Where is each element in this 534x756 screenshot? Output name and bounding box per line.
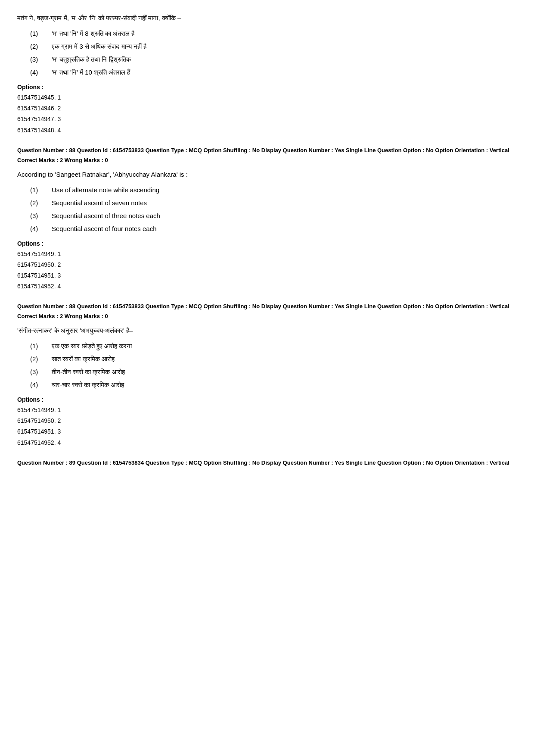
option-num: (1) — [30, 341, 52, 351]
list-item: (4) Sequential ascent of four notes each — [30, 224, 517, 234]
option-id: 61547514952. 4 — [17, 437, 517, 448]
option-num: (2) — [30, 41, 52, 52]
option-num: (1) — [30, 28, 52, 39]
option-text: Sequential ascent of three notes each — [52, 211, 160, 221]
option-id: 61547514950. 2 — [17, 415, 517, 426]
options-list-matang: (1) 'म' तथा 'नि' में 8 श्रुति का अंतराल … — [30, 28, 517, 78]
question-block-matang: मतंग ने, षड्ज-ग्राम में, 'म' और 'नि' को … — [17, 13, 517, 136]
list-item: (1) एक एक स्वर छोड़ते हुए आरोह करना — [30, 341, 517, 351]
option-text: सात स्वरों का क्रमिक आरोह — [52, 354, 115, 364]
option-id: 61547514949. 1 — [17, 405, 517, 415]
question-meta-footer: Question Number : 89 Question Id : 61547… — [17, 459, 517, 468]
list-item: (2) एक ग्राम में 3 से अधिक संवाद मान्य न… — [30, 41, 517, 52]
correct-marks-english: Correct Marks : 2 Wrong Marks : 0 — [17, 157, 517, 163]
list-item: (2) Sequential ascent of seven notes — [30, 198, 517, 208]
option-num: (3) — [30, 211, 52, 221]
question-block-hindi-sangeet: Question Number : 88 Question Id : 61547… — [17, 302, 517, 448]
options-ids-matang: 61547514945. 1 61547514946. 2 6154751494… — [17, 92, 517, 136]
option-num: (3) — [30, 54, 52, 65]
option-id: 61547514948. 4 — [17, 125, 517, 136]
question-meta-english: Question Number : 88 Question Id : 61547… — [17, 146, 517, 155]
option-num: (1) — [30, 185, 52, 195]
list-item: (4) 'म' तथा 'नि' में 10 श्रुति अंतराल है… — [30, 67, 517, 78]
option-id: 61547514952. 4 — [17, 281, 517, 292]
list-item: (3) तीन-तीन स्वरों का क्रमिक आरोह — [30, 367, 517, 377]
list-item: (3) 'म' चतुश्रुतिक है तथा नि द्विश्रुतिक — [30, 54, 517, 65]
options-ids-english: 61547514949. 1 61547514950. 2 6154751495… — [17, 249, 517, 292]
options-ids-hindi-sangeet: 61547514949. 1 61547514950. 2 6154751495… — [17, 405, 517, 448]
option-text: चार-चार स्वरों का क्रमिक आरोह — [52, 380, 124, 390]
options-list-hindi: (1) एक एक स्वर छोड़ते हुए आरोह करना (2) … — [30, 341, 517, 390]
option-num: (2) — [30, 198, 52, 208]
option-id: 61547514950. 2 — [17, 259, 517, 270]
options-list-english: (1) Use of alternate note while ascendin… — [30, 185, 517, 234]
list-item: (4) चार-चार स्वरों का क्रमिक आरोह — [30, 380, 517, 390]
option-num: (4) — [30, 380, 52, 390]
question-text-hindi: 'संगीत-रत्नाकर' के अनुसार 'अभयुच्चय-अलंक… — [17, 325, 517, 336]
option-text: तीन-तीन स्वरों का क्रमिक आरोह — [52, 367, 125, 377]
option-num: (2) — [30, 354, 52, 364]
option-text: एक एक स्वर छोड़ते हुए आरोह करना — [52, 341, 132, 351]
options-label-english: Options : — [17, 240, 517, 247]
list-item: (1) Use of alternate note while ascendin… — [30, 185, 517, 195]
option-text: Sequential ascent of seven notes — [52, 198, 147, 208]
question-meta-hindi: Question Number : 88 Question Id : 61547… — [17, 302, 517, 311]
option-num: (3) — [30, 367, 52, 377]
list-item: (3) Sequential ascent of three notes eac… — [30, 211, 517, 221]
option-text: एक ग्राम में 3 से अधिक संवाद मान्य नहीं … — [52, 41, 146, 52]
option-text: Use of alternate note while ascending — [52, 185, 159, 195]
option-id: 61547514951. 3 — [17, 426, 517, 437]
correct-marks-hindi: Correct Marks : 2 Wrong Marks : 0 — [17, 313, 517, 319]
option-text: 'म' तथा 'नि' में 8 श्रुति का अंतराल है — [52, 28, 134, 39]
option-id: 61547514949. 1 — [17, 249, 517, 259]
question-block-footer-meta: Question Number : 89 Question Id : 61547… — [17, 459, 517, 468]
question-text-matang: मतंग ने, षड्ज-ग्राम में, 'म' और 'नि' को … — [17, 13, 517, 23]
options-label-hindi-sangeet: Options : — [17, 396, 517, 403]
question-text-english: According to 'Sangeet Ratnakar', 'Abhyuc… — [17, 169, 517, 180]
option-text: Sequential ascent of four notes each — [52, 224, 157, 234]
option-num: (4) — [30, 224, 52, 234]
option-id: 61547514946. 2 — [17, 103, 517, 114]
list-item: (2) सात स्वरों का क्रमिक आरोह — [30, 354, 517, 364]
option-id: 61547514947. 3 — [17, 114, 517, 125]
option-num: (4) — [30, 67, 52, 78]
option-text: 'म' चतुश्रुतिक है तथा नि द्विश्रुतिक — [52, 54, 131, 65]
question-block-english-sangeet: Question Number : 88 Question Id : 61547… — [17, 146, 517, 292]
list-item: (1) 'म' तथा 'नि' में 8 श्रुति का अंतराल … — [30, 28, 517, 39]
options-label-matang: Options : — [17, 84, 517, 91]
option-id: 61547514951. 3 — [17, 270, 517, 281]
option-text: 'म' तथा 'नि' में 10 श्रुति अंतराल हैं — [52, 67, 130, 78]
option-id: 61547514945. 1 — [17, 92, 517, 103]
